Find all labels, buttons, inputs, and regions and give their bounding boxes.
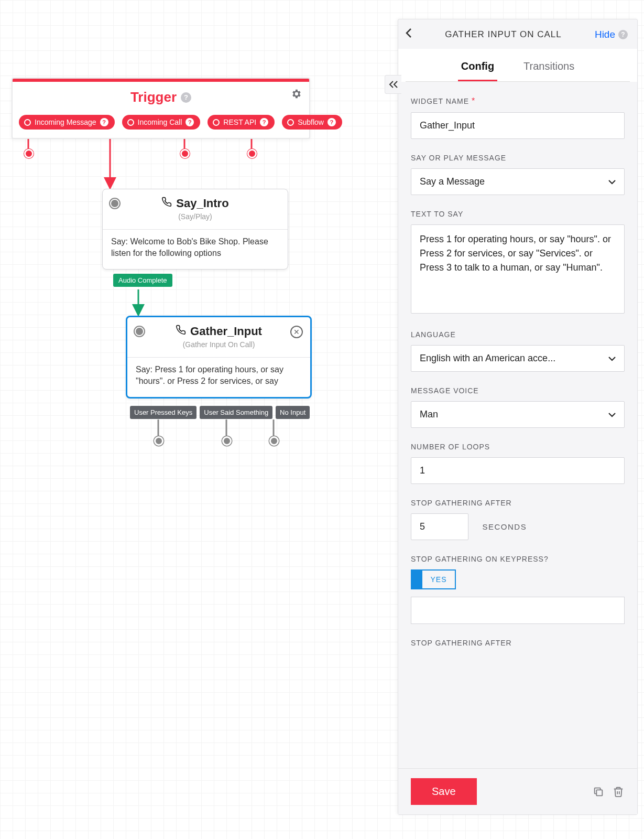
trigger-title: Trigger xyxy=(130,89,177,105)
voice-label: MESSAGE VOICE xyxy=(411,386,625,395)
collapse-handle[interactable] xyxy=(385,75,401,94)
trash-icon[interactable] xyxy=(612,786,625,798)
trigger-pill-incoming-message[interactable]: Incoming Message? xyxy=(19,115,115,130)
widget-name-label: WIDGET NAME xyxy=(411,97,469,105)
tabs: Config Transitions xyxy=(406,52,630,82)
help-icon[interactable]: ? xyxy=(181,92,191,103)
say-or-play-label: SAY OR PLAY MESSAGE xyxy=(411,154,625,162)
output-user-said-something[interactable]: User Said Something xyxy=(200,406,272,419)
panel-title: GATHER INPUT ON CALL xyxy=(417,29,590,40)
trigger-pill-incoming-call[interactable]: Incoming Call? xyxy=(122,115,201,130)
node-subtitle: (Say/Play) xyxy=(110,212,280,221)
connector-dot[interactable] xyxy=(180,149,190,158)
chevron-down-icon xyxy=(608,178,616,186)
connector-dot[interactable] xyxy=(154,436,163,446)
chevron-down-icon xyxy=(608,354,616,363)
language-label: LANGUAGE xyxy=(411,330,625,339)
language-select[interactable]: English with an American acce... xyxy=(411,345,625,372)
duplicate-icon[interactable] xyxy=(592,786,605,798)
say-or-play-select[interactable]: Say a Message xyxy=(411,168,625,195)
stop-after-label: STOP GATHERING AFTER xyxy=(411,499,625,507)
phone-icon xyxy=(161,197,172,210)
seconds-label: SECONDS xyxy=(482,522,527,531)
flow-canvas[interactable]: Trigger ? Incoming Message? Incoming Cal… xyxy=(0,0,644,839)
node-gather-input[interactable]: ✕ Gather_Input (Gather Input On Call) Sa… xyxy=(126,316,312,399)
text-to-say-input[interactable] xyxy=(411,224,625,314)
trigger-pill-subflow[interactable]: Subflow? xyxy=(282,115,342,130)
hide-link[interactable]: Hide ? xyxy=(595,29,628,40)
stop-keypress-label: STOP GATHERING ON KEYPRESS? xyxy=(411,555,625,563)
node-body: Say: Welcome to Bob's Bike Shop. Please … xyxy=(103,230,288,269)
output-audio-complete[interactable]: Audio Complete xyxy=(113,274,172,287)
config-panel: GATHER INPUT ON CALL Hide ? Config Trans… xyxy=(398,19,638,815)
help-icon[interactable]: ? xyxy=(185,118,194,126)
tab-config[interactable]: Config xyxy=(458,55,497,81)
node-body: Say: Press 1 for operating hours, or say… xyxy=(127,358,310,397)
svg-rect-0 xyxy=(596,790,602,795)
connector-dot[interactable] xyxy=(222,436,232,446)
node-say-intro[interactable]: Say_Intro (Say/Play) Say: Welcome to Bob… xyxy=(102,189,288,270)
help-icon[interactable]: ? xyxy=(328,118,336,126)
trigger-node[interactable]: Trigger ? Incoming Message? Incoming Cal… xyxy=(12,78,310,139)
back-icon[interactable] xyxy=(406,28,412,41)
loops-label: NUMBER OF LOOPS xyxy=(411,443,625,451)
keypress-value-box[interactable] xyxy=(411,597,625,624)
output-no-input[interactable]: No Input xyxy=(276,406,310,419)
help-icon[interactable]: ? xyxy=(618,30,628,39)
save-button[interactable]: Save xyxy=(411,778,477,805)
trigger-pill-rest-api[interactable]: REST API? xyxy=(208,115,275,130)
phone-icon xyxy=(176,325,186,338)
connector-dot[interactable] xyxy=(269,436,279,446)
loops-input[interactable] xyxy=(411,457,625,484)
connector-dot[interactable] xyxy=(24,149,34,158)
stop-after-input[interactable] xyxy=(411,513,468,540)
tab-transitions[interactable]: Transitions xyxy=(520,55,577,81)
output-user-pressed-keys[interactable]: User Pressed Keys xyxy=(130,406,197,419)
help-icon[interactable]: ? xyxy=(100,118,108,126)
chevron-down-icon xyxy=(608,411,616,419)
node-title: Gather_Input xyxy=(190,325,262,338)
text-to-say-label: TEXT TO SAY xyxy=(411,210,625,218)
gear-icon[interactable] xyxy=(290,88,302,103)
stop-after2-label: STOP GATHERING AFTER xyxy=(411,639,625,647)
widget-name-input[interactable] xyxy=(411,112,625,139)
stop-keypress-toggle[interactable]: YES xyxy=(411,569,456,589)
help-icon[interactable]: ? xyxy=(260,118,268,126)
node-title: Say_Intro xyxy=(176,197,228,210)
voice-select[interactable]: Man xyxy=(411,401,625,428)
connector-dot[interactable] xyxy=(247,149,257,158)
node-subtitle: (Gather Input On Call) xyxy=(135,340,303,349)
